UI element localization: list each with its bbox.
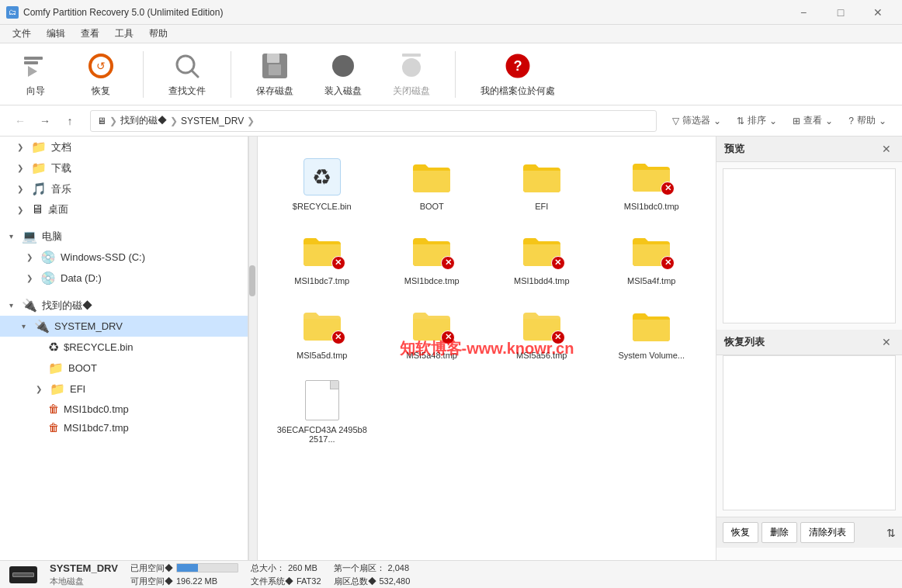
sort-chevron: ⌄ [769, 116, 777, 126]
close-disk-label: 关闭磁盘 [393, 85, 430, 98]
sidebar-item-docs[interactable]: ❯ 📁 文档 [0, 137, 248, 157]
breadcrumb-monitor-icon[interactable]: 🖥 [97, 116, 106, 126]
file-item-efi[interactable]: EFI [490, 149, 594, 217]
close-disk-icon [396, 50, 427, 81]
status-disk-type: 本地磁盘 [50, 576, 118, 587]
close-button[interactable]: ✕ [860, 0, 896, 25]
preview-panel: 预览 ✕ [716, 137, 902, 330]
clear-list-button[interactable]: 清除列表 [800, 522, 855, 543]
load-disk-button[interactable]: 装入磁盘 [318, 47, 368, 101]
file-item-msi5a56[interactable]: ✕ MSI5a56.tmp [490, 298, 594, 366]
breadcrumb: 🖥 ❯ 找到的磁◆ ❯ SYSTEM_DRV ❯ [90, 110, 657, 132]
sidebar-item-windows-ssd[interactable]: ❯ 💿 Windows-SSD (C:) [0, 247, 248, 268]
menu-file[interactable]: 文件 [6, 26, 37, 42]
restore-list-close-button[interactable]: ✕ [879, 334, 894, 350]
sidebar-item-desktop[interactable]: ❯ 🖥 桌面 [0, 199, 248, 220]
menu-view[interactable]: 查看 [75, 26, 106, 42]
preview-content [723, 168, 896, 323]
restore-list-panel: 恢复列表 ✕ 恢复 删除 清除列表 ⇅ [716, 330, 902, 548]
file-item-msi1bdc7[interactable]: ✕ MSI1bdc7.tmp [270, 223, 374, 292]
sidebar-item-found-disk[interactable]: ▾ 🔌 找到的磁◆ [0, 295, 248, 316]
maximize-button[interactable]: □ [823, 0, 859, 25]
used-space-label: 已用空间◆ [130, 562, 173, 574]
where-file-button[interactable]: ? 我的檔案位於何處 [474, 47, 561, 101]
sort-button[interactable]: ⇅ 排序 ⌄ [730, 111, 783, 130]
back-button[interactable]: ← [9, 110, 31, 132]
sidebar-item-msi1bdc0[interactable]: 🗑 MSI1bdc0.tmp [0, 399, 248, 418]
total-sectors-field: 扇区总数◆ 532,480 [334, 576, 411, 587]
expand-data-d-icon[interactable]: ❯ [25, 274, 34, 282]
sidebar-item-recycle[interactable]: ♻ $RECYCLE.bin [0, 337, 248, 358]
file-item-system-volume[interactable]: System Volume... [600, 298, 704, 366]
sidebar-item-boot[interactable]: 📁 BOOT [0, 358, 248, 379]
efi-file-icon [520, 155, 564, 199]
up-button[interactable]: ↑ [59, 110, 81, 132]
expand-found-disk-icon[interactable]: ▾ [6, 301, 16, 310]
filter-button[interactable]: ▽ 筛选器 ⌄ [666, 111, 727, 130]
sidebar-item-msi1bdc7[interactable]: 🗑 MSI1bdc7.tmp [0, 418, 248, 437]
expand-system-drv-icon[interactable]: ▾ [19, 322, 28, 330]
msi1bdc7-sidebar-icon: 🗑 [48, 421, 59, 434]
svg-point-14 [402, 58, 421, 77]
sidebar-item-downloads[interactable]: ❯ 📁 下载 [0, 157, 248, 178]
file-item-msi5a48[interactable]: ✕ MSI5a48.tmp [380, 298, 484, 366]
forward-button[interactable]: → [34, 110, 56, 132]
total-sectors-value: 532,480 [380, 576, 411, 586]
restore-sort-icon[interactable]: ⇅ [886, 527, 896, 539]
wizard-button[interactable]: 向导 [12, 47, 59, 101]
music-icon: 🎵 [31, 182, 47, 196]
minimize-button[interactable]: − [786, 0, 821, 25]
file-item-36eca[interactable]: 36ECAFCD43A 2495b82517... [270, 372, 374, 450]
desktop-icon: 🖥 [31, 202, 43, 216]
sidebar-scrollbar[interactable] [248, 137, 258, 560]
close-disk-button[interactable]: 关闭磁盘 [387, 47, 436, 101]
status-total-group: 总大小： 260 MB 文件系统◆ FAT32 [251, 562, 321, 587]
expand-music-icon[interactable]: ❯ [16, 185, 25, 193]
sidebar: ❯ 📁 文档 ❯ 📁 下载 ❯ 🎵 音乐 ❯ 🖥 桌面 ▾ 💻 电脑 ❯ � [0, 137, 248, 560]
title-bar: 🗂 Comfy Partition Recovery 5.0 (Unlimite… [0, 0, 902, 25]
red-x-icon-4: ✕ [551, 256, 565, 270]
fs-label: 文件系统◆ [251, 576, 293, 587]
preview-close-button[interactable]: ✕ [879, 141, 894, 157]
msi5a48-file-icon: ✕ [410, 304, 453, 348]
delete-action-button[interactable]: 删除 [761, 522, 797, 543]
expand-computer-icon[interactable]: ▾ [6, 232, 16, 240]
file-item-boot[interactable]: BOOT [380, 149, 484, 217]
expand-docs-icon[interactable]: ❯ [16, 143, 25, 151]
sidebar-item-system-drv[interactable]: ▾ 🔌 SYSTEM_DRV [0, 316, 248, 337]
file-item-msi1bdc0[interactable]: ✕ MSI1bdc0.tmp [600, 149, 704, 217]
file-item-msi5a4f[interactable]: ✕ MSI5a4f.tmp [600, 223, 704, 292]
boot-sidebar-icon: 📁 [48, 361, 64, 375]
title-bar-left: 🗂 Comfy Partition Recovery 5.0 (Unlimite… [6, 6, 223, 19]
expand-downloads-icon[interactable]: ❯ [16, 164, 25, 172]
save-disk-button[interactable]: 保存磁盘 [250, 47, 300, 101]
view-button[interactable]: ⊞ 查看 ⌄ [786, 111, 839, 130]
help-circle-icon: ? [848, 116, 854, 126]
file-item-msi5a5d[interactable]: ✕ MSI5a5d.tmp [270, 298, 374, 366]
menu-edit[interactable]: 编辑 [40, 26, 71, 42]
help-nav-button[interactable]: ? 帮助 ⌄ [842, 111, 893, 130]
breadcrumb-system-drv[interactable]: SYSTEM_DRV [181, 116, 244, 126]
menu-help[interactable]: 帮助 [143, 26, 174, 42]
sidebar-item-data-d[interactable]: ❯ 💿 Data (D:) [0, 268, 248, 289]
expand-windows-ssd-icon[interactable]: ❯ [25, 253, 34, 261]
breadcrumb-found-disk[interactable]: 找到的磁◆ [120, 114, 167, 127]
find-file-button[interactable]: 查找文件 [162, 47, 212, 101]
sidebar-scrollbar-thumb[interactable] [249, 265, 255, 296]
restore-button[interactable]: ↺ 恢复 [78, 47, 124, 101]
file-item-msi1bdd4[interactable]: ✕ MSI1bdd4.tmp [490, 223, 594, 292]
efi-sidebar-icon: 📁 [50, 382, 65, 396]
svg-rect-10 [269, 64, 281, 75]
sidebar-item-music[interactable]: ❯ 🎵 音乐 [0, 178, 248, 199]
sidebar-item-computer[interactable]: ▾ 💻 电脑 [0, 226, 248, 247]
system-drv-label: SYSTEM_DRV [54, 320, 241, 332]
file-item-recycle[interactable]: ♻ $RECYCLE.bin [270, 149, 374, 217]
sidebar-item-efi[interactable]: ❯ 📁 EFI [0, 379, 248, 399]
expand-desktop-icon[interactable]: ❯ [16, 206, 25, 214]
expand-efi-icon[interactable]: ❯ [34, 385, 43, 393]
downloads-label: 下载 [51, 161, 241, 175]
menu-tools[interactable]: 工具 [109, 26, 140, 42]
file-item-msi1bdce[interactable]: ✕ MSI1bdce.tmp [380, 223, 484, 292]
boot-file-name: BOOT [420, 202, 444, 211]
restore-action-button[interactable]: 恢复 [723, 522, 758, 543]
